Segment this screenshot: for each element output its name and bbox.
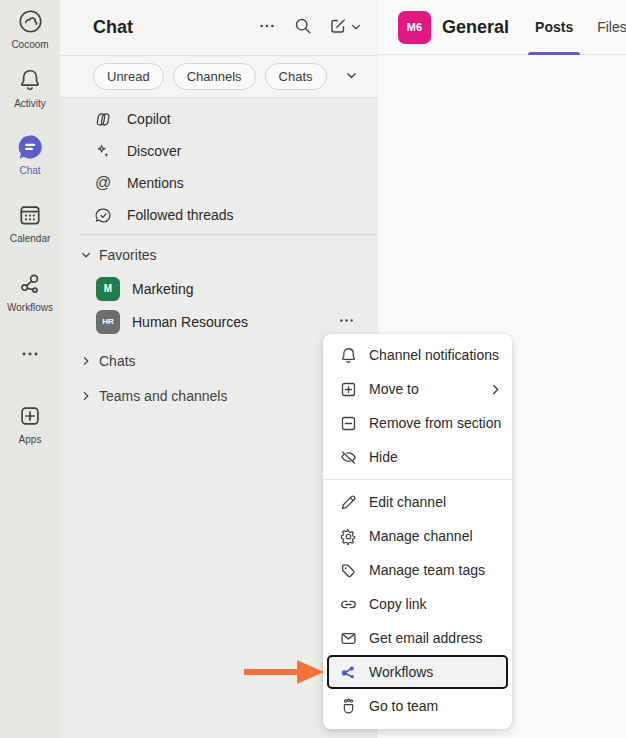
rail-item-cocoom[interactable]: Cocoom (11, 6, 48, 50)
menu-item-hide[interactable]: Hide (323, 440, 512, 474)
teams-app-window: Cocoom Activity Chat Calendar Workflows (0, 0, 626, 738)
rail-item-calendar[interactable]: Calendar (10, 200, 51, 244)
chevron-down-icon (80, 249, 92, 261)
filter-pills-row: Unread Channels Chats (60, 55, 378, 98)
team-avatar[interactable]: M6 (398, 11, 431, 44)
remove-from-section-icon (338, 413, 358, 433)
tab-files[interactable]: Files (587, 0, 626, 55)
hide-eye-off-icon (338, 447, 358, 467)
chat-panel-header: Chat (60, 0, 378, 55)
rail-item-workflows[interactable]: Workflows (7, 269, 53, 313)
settings-gear-icon (338, 526, 358, 546)
ellipsis-icon (257, 16, 277, 40)
filter-pill-channels[interactable]: Channels (173, 63, 256, 90)
channel-tabs: Posts Files (525, 0, 626, 55)
channel-row-marketing[interactable]: M Marketing (60, 272, 378, 305)
move-to-icon (338, 379, 358, 399)
channel-avatar: HR (96, 310, 120, 334)
new-chat-button[interactable] (328, 16, 362, 40)
menu-item-channel-notifications[interactable]: Channel notifications (323, 338, 512, 372)
followed-threads-icon (93, 205, 113, 225)
filter-pill-chats[interactable]: Chats (265, 63, 327, 90)
list-item-label: Followed threads (127, 207, 234, 223)
list-item-copilot[interactable]: Copilot (60, 103, 378, 135)
channel-context-menu: Channel notifications Move to Remove fro… (323, 334, 512, 729)
menu-item-label: Go to team (369, 698, 438, 714)
menu-item-go-to-team[interactable]: Go to team (323, 689, 512, 723)
apps-icon (15, 401, 45, 431)
list-item-discover[interactable]: Discover (60, 135, 378, 167)
menu-item-remove-from-section[interactable]: Remove from section (323, 406, 512, 440)
menu-item-label: Copy link (369, 596, 427, 612)
menu-item-label: Manage team tags (369, 562, 485, 578)
link-icon (338, 594, 358, 614)
rail-item-chat[interactable]: Chat (15, 132, 45, 176)
channel-name: Marketing (132, 281, 193, 297)
bell-icon (15, 65, 45, 95)
chevron-down-icon (345, 68, 358, 86)
app-rail: Cocoom Activity Chat Calendar Workflows (0, 0, 60, 738)
page-title: Chat (93, 17, 133, 38)
list-item-mentions[interactable]: @ Mentions (60, 167, 378, 199)
menu-item-label: Workflows (369, 664, 433, 680)
rail-item-label: Chat (19, 165, 40, 176)
menu-item-label: Manage channel (369, 528, 473, 544)
compose-icon (328, 16, 348, 40)
menu-item-copy-link[interactable]: Copy link (323, 587, 512, 621)
menu-item-edit-channel[interactable]: Edit channel (323, 485, 512, 519)
channel-title: General (442, 17, 509, 38)
menu-divider (323, 479, 512, 480)
bell-icon (338, 345, 358, 365)
chevron-right-icon (80, 355, 92, 367)
menu-item-move-to[interactable]: Move to (323, 372, 512, 406)
tag-icon (338, 560, 358, 580)
menu-item-label: Hide (369, 449, 398, 465)
rail-item-label: Activity (14, 98, 46, 109)
rail-item-label: Calendar (10, 233, 51, 244)
menu-item-label: Get email address (369, 630, 483, 646)
rail-item-label: Apps (19, 434, 42, 445)
search-icon (293, 16, 313, 40)
rail-item-apps[interactable]: Apps (15, 401, 45, 445)
calendar-icon (15, 200, 45, 230)
rail-item-activity[interactable]: Activity (14, 65, 46, 109)
menu-item-label: Move to (369, 381, 419, 397)
section-header-favorites[interactable]: Favorites (60, 237, 378, 272)
rail-item-label: Workflows (7, 302, 53, 313)
chat-bubble-icon (15, 132, 45, 162)
list-item-followed-threads[interactable]: Followed threads (60, 199, 378, 231)
menu-item-label: Edit channel (369, 494, 446, 510)
list-item-label: Discover (127, 143, 181, 159)
list-item-label: Copilot (127, 111, 171, 127)
channel-avatar: M (96, 277, 120, 301)
email-icon (338, 628, 358, 648)
workflows-icon (15, 269, 45, 299)
menu-item-manage-channel[interactable]: Manage channel (323, 519, 512, 553)
menu-item-label: Channel notifications (369, 347, 499, 363)
section-header-label: Favorites (99, 247, 157, 263)
team-icon (338, 696, 358, 716)
chevron-right-icon (489, 383, 502, 396)
tab-posts[interactable]: Posts (525, 0, 583, 55)
search-button[interactable] (292, 17, 314, 39)
menu-item-manage-team-tags[interactable]: Manage team tags (323, 553, 512, 587)
collapse-filters-button[interactable] (340, 66, 362, 88)
channel-header: M6 General Posts Files (378, 0, 626, 55)
channel-options-button[interactable] (337, 311, 356, 333)
edit-pencil-icon (338, 492, 358, 512)
menu-item-workflows[interactable]: Workflows (327, 655, 508, 689)
rail-item-more[interactable] (15, 339, 45, 369)
chevron-down-icon (350, 19, 362, 37)
rail-item-label: Cocoom (11, 39, 48, 50)
ellipsis-icon (337, 311, 356, 333)
chevron-right-icon (80, 390, 92, 402)
section-header-label: Chats (99, 353, 136, 369)
filter-pill-unread[interactable]: Unread (93, 63, 164, 90)
menu-item-get-email-address[interactable]: Get email address (323, 621, 512, 655)
ellipsis-icon (15, 339, 45, 369)
copilot-icon (93, 109, 113, 129)
sparkle-icon (93, 141, 113, 161)
list-item-label: Mentions (127, 175, 184, 191)
chat-options-button[interactable] (256, 17, 278, 39)
cocoom-logo-icon (15, 6, 45, 36)
